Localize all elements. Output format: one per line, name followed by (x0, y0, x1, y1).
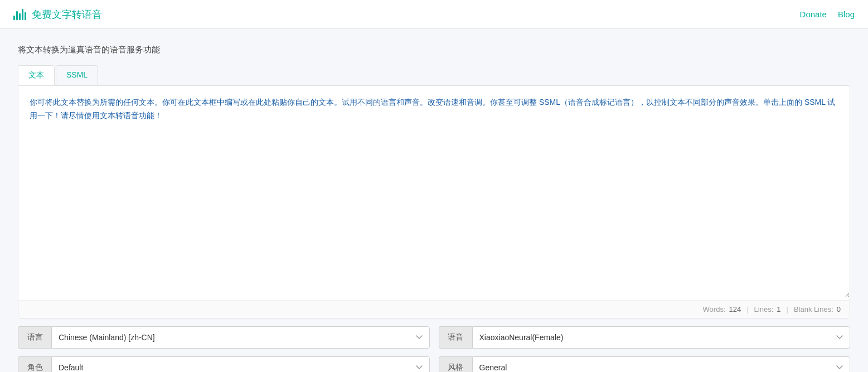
voice-select[interactable]: XiaoxiaoNeural(Female) XiaoyiNeural(Fema… (472, 326, 851, 349)
sep1: | (746, 305, 748, 313)
lines-label: Lines: (754, 305, 774, 313)
role-select[interactable]: Default (51, 356, 430, 372)
editor-container: 你可将此文本替换为所需的任何文本。你可在此文本框中编写或在此处粘贴你自己的文本。… (18, 85, 850, 318)
page-subtitle: 将文本转换为逼真语音的语音服务功能 (18, 45, 850, 55)
blank-lines-value: 0 (837, 305, 841, 313)
logo-area: 免费文字转语音 (13, 8, 102, 21)
lines-value: 1 (777, 305, 780, 313)
words-label: Words: (703, 305, 726, 313)
logo-title: 免费文字转语音 (32, 8, 102, 21)
main-content: 将文本转换为逼真语音的语音服务功能 文本 SSML 你可将此文本替换为所需的任何… (0, 29, 868, 372)
words-value: 124 (729, 305, 741, 313)
style-control: 风格 General (439, 356, 851, 372)
tab-bar: 文本 SSML (18, 65, 850, 85)
voice-label: 语音 (439, 326, 472, 349)
sound-bars-icon (13, 9, 26, 20)
blank-lines-label: Blank Lines: (794, 305, 833, 313)
sep2: | (787, 305, 788, 313)
role-label: 角色 (18, 356, 51, 372)
blog-link[interactable]: Blog (838, 9, 855, 19)
controls-row-1: 语言 Chinese (Mainland) [zh-CN] English (U… (18, 326, 850, 349)
nav-links: Donate Blog (800, 9, 855, 19)
donate-link[interactable]: Donate (800, 9, 827, 19)
style-label: 风格 (439, 356, 472, 372)
editor-footer: Words: 124 | Lines: 1 | Blank Lines: 0 (18, 300, 850, 318)
language-label: 语言 (18, 326, 51, 349)
controls-row-2: 角色 Default 风格 General (18, 356, 850, 372)
tab-ssml[interactable]: SSML (56, 65, 98, 85)
text-editor[interactable]: 你可将此文本替换为所需的任何文本。你可在此文本框中编写或在此处粘贴你自己的文本。… (18, 86, 850, 298)
tab-text[interactable]: 文本 (18, 65, 55, 85)
language-select[interactable]: Chinese (Mainland) [zh-CN] English (US) … (51, 326, 430, 349)
style-select[interactable]: General (472, 356, 851, 372)
app-header: 免费文字转语音 Donate Blog (0, 0, 868, 29)
voice-control: 语音 XiaoxiaoNeural(Female) XiaoyiNeural(F… (439, 326, 851, 349)
language-control: 语言 Chinese (Mainland) [zh-CN] English (U… (18, 326, 430, 349)
role-control: 角色 Default (18, 356, 430, 372)
